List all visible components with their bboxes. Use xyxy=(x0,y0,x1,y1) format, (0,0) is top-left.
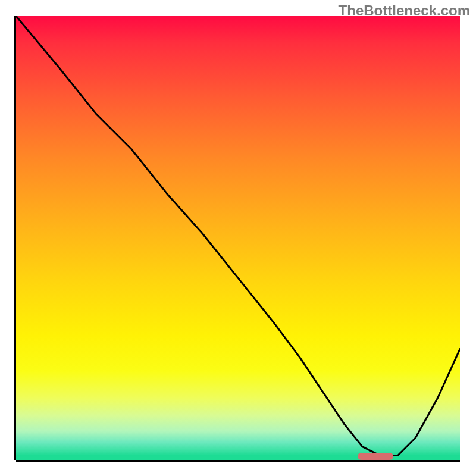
bottleneck-curve xyxy=(16,16,460,460)
plot-area xyxy=(16,16,460,460)
optimal-range-marker xyxy=(358,453,393,460)
bottleneck-chart: TheBottleneck.com xyxy=(0,0,476,476)
x-axis xyxy=(16,460,460,462)
watermark-text: TheBottleneck.com xyxy=(339,2,470,19)
y-axis xyxy=(14,16,16,460)
